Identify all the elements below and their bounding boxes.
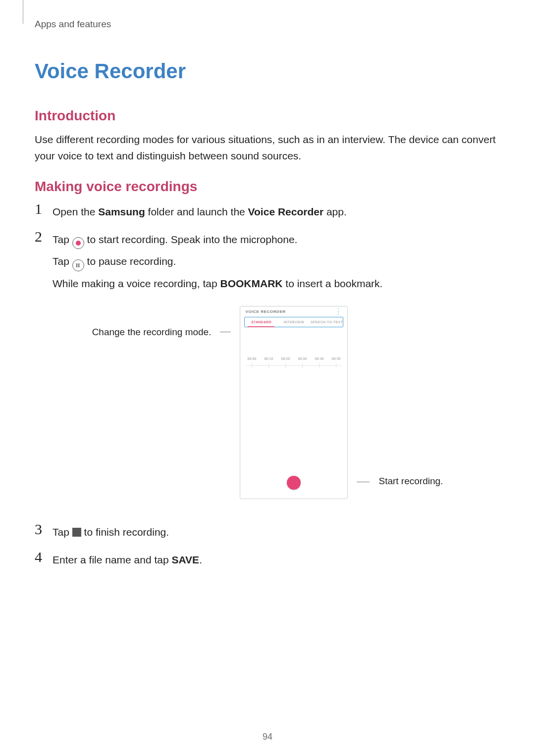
introduction-heading: Introduction: [35, 108, 500, 124]
steps-list-continued: 3 Tap to finish recording. 4 Enter a fil…: [35, 524, 500, 568]
step-number: 1: [35, 201, 42, 217]
text-fragment: app.: [323, 206, 347, 217]
phone-mockup: VOICE RECORDER ⋮ STANDARD INTERVIEW SPEE…: [240, 306, 348, 499]
step-number: 4: [35, 549, 42, 565]
tick: 00:20: [281, 357, 290, 360]
running-head: Apps and features: [35, 0, 500, 30]
stop-icon: [72, 528, 81, 537]
tick: 00:40: [315, 357, 324, 360]
tick: 00:00: [247, 357, 256, 360]
steps-list: 1 Open the Samsung folder and launch the…: [35, 203, 500, 292]
step-1: 1 Open the Samsung folder and launch the…: [35, 203, 500, 220]
text-fragment: Open the: [53, 206, 98, 217]
tab-standard[interactable]: STANDARD: [245, 317, 277, 327]
text-fragment: While making a voice recording, tap: [53, 278, 220, 289]
text-bold: SAVE: [172, 554, 200, 565]
tick: 00:30: [298, 357, 307, 360]
more-options-icon[interactable]: ⋮: [334, 310, 342, 314]
text-fragment: to start recording. Speak into the micro…: [87, 234, 298, 245]
callout-connector-left: [220, 332, 231, 332]
step-number: 3: [35, 521, 42, 538]
step-2-line-c: While making a voice recording, tap BOOK…: [53, 275, 500, 292]
waveform-baseline: [246, 365, 341, 366]
page-number: 94: [0, 732, 535, 742]
text-bold: Voice Recorder: [248, 206, 324, 217]
step-number: 2: [35, 228, 42, 245]
text-fragment: Tap: [53, 255, 72, 267]
voice-recorder-figure: Change the recording mode. VOICE RECORDE…: [35, 306, 500, 499]
step-3: 3 Tap to finish recording.: [35, 524, 500, 541]
step-1-text: Open the Samsung folder and launch the V…: [53, 203, 500, 220]
tab-interview[interactable]: INTERVIEW: [277, 317, 310, 327]
callout-connector-right: [357, 482, 370, 482]
app-titlebar: VOICE RECORDER ⋮: [240, 306, 347, 316]
step-4: 4 Enter a file name and tap SAVE.: [35, 552, 500, 568]
record-icon: [72, 237, 84, 249]
text-fragment: to insert a bookmark.: [283, 278, 383, 289]
text-bold: BOOKMARK: [220, 278, 283, 289]
page-title: Voice Recorder: [35, 59, 500, 83]
tick: 00:10: [264, 357, 273, 360]
mode-tabs[interactable]: STANDARD INTERVIEW SPEECH-TO-TEXT: [244, 317, 343, 327]
pause-icon: II: [72, 259, 84, 271]
tab-speech-to-text[interactable]: SPEECH-TO-TEXT: [310, 317, 343, 327]
app-title: VOICE RECORDER: [245, 309, 285, 314]
text-fragment: Tap: [53, 234, 72, 245]
record-button[interactable]: [287, 476, 301, 490]
text-bold: Samsung: [98, 206, 145, 217]
step-2-line-b: Tap II to pause recording.: [53, 253, 500, 272]
making-recordings-heading: Making voice recordings: [35, 179, 500, 195]
text-fragment: Tap: [53, 526, 72, 538]
callout-start-recording: Start recording.: [378, 476, 443, 487]
text-fragment: folder and launch the: [145, 206, 248, 217]
introduction-body: Use different recording modes for variou…: [35, 132, 500, 164]
text-fragment: to finish recording.: [84, 526, 169, 538]
step-2: 2 Tap to start recording. Speak into the…: [35, 231, 500, 292]
text-fragment: to pause recording.: [87, 255, 176, 267]
time-ruler: 00:00 00:10 00:20 00:30 00:40 00:50: [240, 327, 347, 360]
callout-change-mode: Change the recording mode.: [92, 327, 212, 338]
text-fragment: Enter a file name and tap: [53, 554, 172, 565]
tick: 00:50: [332, 357, 341, 360]
step-4-text: Enter a file name and tap SAVE.: [53, 552, 500, 568]
header-left-rule: [23, 0, 23, 24]
text-fragment: .: [199, 554, 202, 565]
step-2-line-a: Tap to start recording. Speak into the m…: [53, 231, 500, 249]
step-3-text: Tap to finish recording.: [53, 524, 500, 541]
